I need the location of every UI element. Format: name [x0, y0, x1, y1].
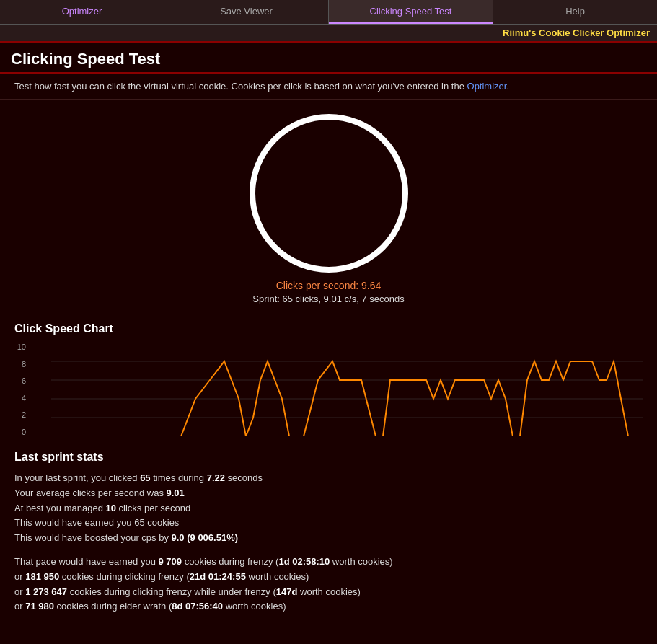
stat-frenzy-line: That pace would have earned you 9 709 co… [14, 555, 643, 570]
nav-clicking-speed-test[interactable]: Clicking Speed Test [329, 0, 493, 24]
stats-para2: That pace would have earned you 9 709 co… [14, 555, 643, 614]
description-text: Test how fast you can click the virtual … [14, 81, 467, 92]
sprint-label: Sprint: 65 clicks, 9.01 c/s, 7 seconds [252, 294, 404, 304]
description-bar: Test how fast you can click the virtual … [0, 74, 657, 100]
brand-bar: Riimu's Cookie Clicker Optimizer [0, 25, 657, 43]
chart-container [51, 343, 643, 436]
chart-section: Click Speed Chart 10 8 6 4 2 0 [0, 312, 657, 440]
description-end: . [506, 81, 509, 92]
cookie-area: Clicks per second: 9.64 Sprint: 65 click… [0, 100, 657, 312]
cookie-button[interactable] [250, 114, 408, 273]
chart-svg [51, 343, 643, 436]
stat-both-frenzy-line: or 1 273 647 cookies during clicking fre… [14, 585, 643, 600]
stat-clicking-frenzy-line: or 181 950 cookies during clicking frenz… [14, 570, 643, 585]
chart-title: Click Speed Chart [14, 322, 643, 335]
stats-title: Last sprint stats [14, 451, 643, 464]
y-axis-labels: 10 8 6 4 2 0 [14, 343, 30, 436]
page-title-bar: Clicking Speed Test [0, 43, 657, 74]
optimizer-link[interactable]: Optimizer [467, 81, 507, 92]
nav-optimizer[interactable]: Optimizer [0, 0, 164, 24]
stat-line-2: Your average clicks per second was 9.01 [14, 486, 643, 501]
nav-save-viewer[interactable]: Save Viewer [164, 0, 329, 24]
brand-text: Riimu's Cookie Clicker Optimizer [503, 27, 650, 38]
nav-bar: Optimizer Save Viewer Clicking Speed Tes… [0, 0, 657, 25]
stat-line-1: In your last sprint, you clicked 65 time… [14, 471, 643, 486]
stat-line-3: At best you managed 10 clicks per second [14, 501, 643, 516]
stat-elder-wrath-line: or 71 980 cookies during elder wrath (8d… [14, 599, 643, 614]
cps-label: Clicks per second: 9.64 [276, 280, 382, 291]
stat-line-5: This would have boosted your cps by 9.0 … [14, 531, 643, 546]
nav-help[interactable]: Help [493, 0, 657, 24]
stats-section: Last sprint stats In your last sprint, y… [0, 440, 657, 625]
page-title: Clicking Speed Test [11, 50, 646, 69]
stat-line-4: This would have earned you 65 cookies [14, 516, 643, 531]
